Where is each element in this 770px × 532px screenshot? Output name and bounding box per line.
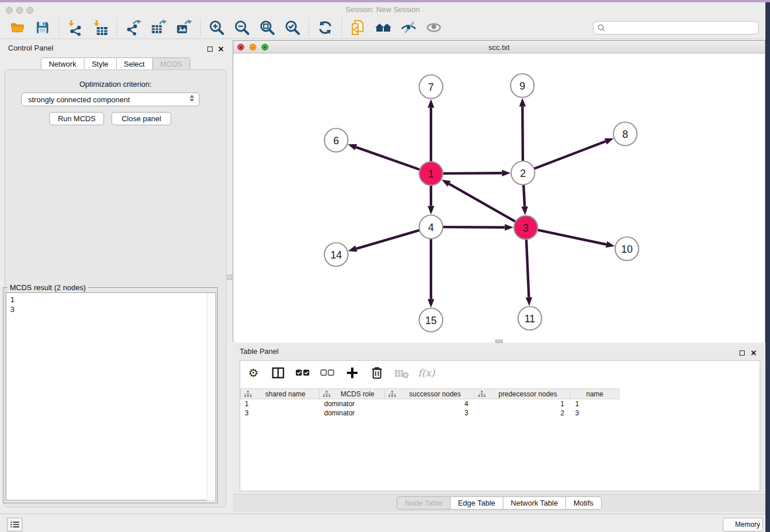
open-session-icon[interactable] (9, 19, 26, 36)
node-label: 10 (621, 244, 633, 255)
column-header-name[interactable]: name (571, 388, 619, 399)
tab-edge-table[interactable]: Edge Table (451, 496, 503, 510)
search-field[interactable] (593, 21, 759, 34)
tab-network[interactable]: Network (41, 57, 84, 71)
show-column-panel-icon[interactable] (271, 365, 286, 380)
close-table-panel-icon[interactable]: ✕ (750, 348, 758, 355)
column-header-successor-nodes[interactable]: successor nodes (385, 388, 475, 399)
zoom-in-icon[interactable] (208, 19, 225, 36)
zoom-selected-icon[interactable] (284, 19, 301, 36)
delete-column-icon[interactable] (369, 365, 384, 380)
edge-1-6[interactable] (356, 147, 419, 169)
edge-arrow-icon (526, 297, 532, 306)
edge-arrow-icon (442, 180, 451, 187)
table-cell[interactable]: 1 (571, 399, 619, 408)
network-window: ✕ − + scc.txt 7968124314101511 (233, 40, 765, 342)
function-builder-icon: f(x) (419, 365, 434, 380)
table-cell[interactable]: 3 (240, 408, 319, 418)
tab-node-table[interactable]: Node Table (396, 496, 451, 510)
optimization-criterion-select[interactable]: strongly connected component (21, 92, 199, 106)
control-panel-tabs: NetworkStyleSelectMCDS (0, 57, 231, 71)
splitter-handle[interactable] (227, 275, 232, 280)
app-title: Session: New Session (0, 5, 765, 14)
table-cell[interactable]: 4 (385, 399, 475, 408)
network-graph[interactable]: 7968124314101511 (233, 53, 765, 342)
hide-selected-icon[interactable] (400, 19, 417, 36)
import-table-icon[interactable] (92, 19, 109, 36)
table-header-row[interactable]: shared nameMCDS rolesuccessor nodesprede… (240, 388, 619, 399)
unselect-all-columns-icon[interactable] (320, 365, 335, 380)
table-row[interactable]: 3dominator323 (240, 408, 619, 418)
close-panel-icon[interactable]: ✕ (218, 44, 225, 51)
table-cell[interactable]: 1 (240, 399, 319, 408)
refresh-icon[interactable] (317, 19, 334, 36)
table-cell[interactable]: 2 (475, 408, 571, 418)
run-mcds-button[interactable]: Run MCDS (49, 112, 104, 125)
column-header-MCDS-role[interactable]: MCDS role (319, 388, 385, 399)
node-label: 9 (519, 80, 525, 92)
float-panel-icon[interactable] (207, 44, 215, 51)
home-networks-icon[interactable] (375, 19, 392, 36)
node-label: 14 (330, 249, 342, 261)
table-cell[interactable]: 1 (475, 399, 571, 408)
mcds-result-group: MCDS result (2 nodes) 13 (3, 287, 218, 503)
edge-3-11[interactable] (526, 239, 529, 297)
save-session-icon[interactable] (34, 19, 51, 36)
tab-motifs[interactable]: Motifs (566, 496, 602, 510)
mcds-result-list[interactable]: 13 (6, 292, 216, 500)
create-column-icon[interactable] (345, 365, 360, 380)
mcds-result-title: MCDS result (2 nodes) (7, 283, 88, 292)
window-resize-grip[interactable] (495, 340, 503, 343)
network-canvas[interactable]: 7968124314101511 (233, 53, 765, 342)
show-all-icon[interactable] (425, 19, 442, 36)
export-image-icon[interactable] (175, 19, 192, 36)
folder-icon (11, 23, 24, 26)
export-network-icon[interactable] (125, 19, 142, 36)
scrollbar[interactable] (207, 294, 215, 500)
ndex-share-icon[interactable] (349, 19, 367, 36)
table-row[interactable]: 1dominator411 (240, 399, 619, 408)
tab-select[interactable]: Select (117, 57, 153, 71)
show-task-history-button[interactable] (7, 518, 22, 531)
edge-3-10[interactable] (537, 230, 606, 244)
table-cell[interactable]: dominator (319, 408, 385, 418)
node-label: 7 (428, 82, 434, 93)
column-header-shared-name[interactable]: shared name (240, 388, 319, 399)
search-input[interactable] (606, 24, 758, 32)
edge-2-3[interactable] (523, 184, 525, 206)
table-cell[interactable]: 3 (385, 408, 475, 418)
tab-mcds[interactable]: MCDS (153, 57, 190, 71)
edge-1-2[interactable] (442, 173, 502, 174)
node-table[interactable]: shared nameMCDS rolesuccessor nodesprede… (240, 388, 619, 418)
import-network-icon[interactable] (67, 19, 84, 36)
zoom-fit-icon[interactable] (259, 19, 276, 36)
float-table-panel-icon[interactable] (740, 348, 747, 355)
toolbar-separator (309, 19, 309, 36)
edge-4-14[interactable] (356, 230, 419, 249)
edge-4-3[interactable] (442, 227, 505, 228)
zoom-out-icon[interactable] (233, 19, 251, 36)
table-settings-icon[interactable]: ⚙ (246, 365, 261, 380)
table-rows[interactable]: 1dominator4113dominator323 (240, 399, 619, 418)
chevron-updown-icon (190, 95, 194, 102)
edge-2-9[interactable] (522, 106, 523, 161)
select-all-columns-icon[interactable] (295, 365, 310, 380)
edge-3-1[interactable] (449, 184, 515, 222)
close-panel-button[interactable]: Close panel (111, 112, 171, 125)
table-cell[interactable]: dominator (319, 399, 385, 408)
tab-style[interactable]: Style (84, 57, 117, 71)
node-label: 3 (523, 222, 529, 234)
control-panel-title: Control Panel (8, 44, 53, 52)
edge-arrow-icon (521, 206, 528, 215)
network-window-titlebar[interactable]: ✕ − + scc.txt (233, 41, 765, 53)
table-cell[interactable]: 3 (571, 408, 619, 418)
tab-network-table[interactable]: Network Table (503, 496, 566, 510)
table-toolbar: ⚙ f(x) (240, 361, 760, 385)
memory-status-button[interactable]: Memory (723, 518, 763, 531)
node-label: 1 (428, 168, 434, 180)
column-header-predecessor-nodes[interactable]: predecessor nodes (475, 388, 571, 399)
edge-arrow-icon (606, 241, 615, 248)
node-label: 15 (425, 315, 437, 326)
export-table-icon[interactable] (150, 19, 167, 36)
edge-2-8[interactable] (534, 141, 606, 169)
